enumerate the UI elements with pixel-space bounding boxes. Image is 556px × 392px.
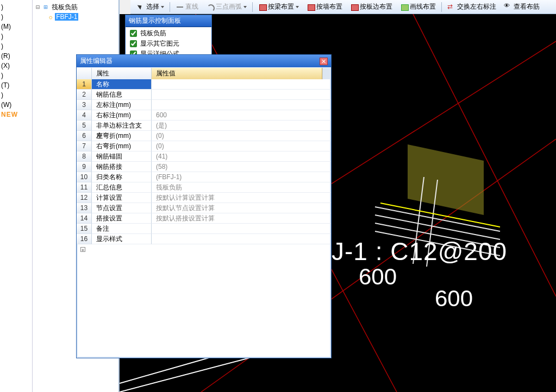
display-option[interactable]: 筏板负筋 [128, 28, 209, 39]
property-value[interactable] [152, 234, 331, 244]
svg-marker-4 [408, 144, 484, 215]
row-index: 4 [77, 110, 92, 121]
stub-item[interactable]: ) [1, 31, 31, 41]
property-name: 钢筋搭接 [92, 162, 152, 172]
stub-item[interactable]: ) [1, 41, 31, 51]
property-name: 汇总信息 [92, 182, 152, 193]
property-row[interactable]: 14搭接设置按默认搭接设置计算 [77, 213, 331, 224]
row-index: 14 [77, 213, 92, 224]
property-value[interactable]: (FBFJ-1) [152, 172, 331, 182]
property-row[interactable]: 1名称 [77, 79, 331, 90]
property-name: 显示样式 [92, 234, 152, 244]
property-value[interactable]: (58) [152, 162, 331, 172]
main-toolbar: 选择 直线 三点画弧 按梁布置 按墙布置 按板边布置 画线布置 交换左右标注 查… [130, 0, 556, 14]
swap-annotation-button[interactable]: 交换左右标注 [444, 1, 499, 12]
property-row[interactable]: 9钢筋搭接(58) [77, 162, 331, 172]
property-row[interactable]: 7右弯折(mm)(0) [77, 141, 331, 151]
row-index: 6 [77, 131, 92, 141]
property-row[interactable]: 10归类名称(FBFJ-1) [77, 172, 331, 182]
beam-icon [258, 3, 267, 11]
property-name: 备注 [92, 224, 152, 234]
property-row[interactable]: 16 +显示样式 [77, 234, 331, 244]
slab-icon [350, 3, 359, 11]
swap-icon [447, 3, 456, 11]
property-editor-title: 属性编辑器 [80, 56, 113, 66]
row-index: 16 + [77, 234, 92, 244]
row-index: 5 [77, 121, 92, 131]
property-row[interactable]: 5非单边标注含支座(是) [77, 121, 331, 131]
eye-icon [504, 3, 513, 11]
property-row[interactable]: 12计算设置按默认计算设置计算 [77, 193, 331, 203]
property-value[interactable] [152, 90, 331, 100]
property-value[interactable]: (0) [152, 131, 331, 141]
property-row[interactable]: 2钢筋信息 [77, 90, 331, 100]
display-option-checkbox[interactable] [130, 40, 137, 47]
property-row[interactable]: 11汇总信息筏板负筋 [77, 182, 331, 193]
row-index: 10 [77, 172, 92, 182]
expander-icon[interactable]: + [80, 247, 85, 252]
stub-item[interactable]: (T) [1, 80, 31, 90]
property-value[interactable] [152, 79, 331, 90]
arc-tool: 三点画弧 [203, 1, 250, 12]
property-row[interactable]: 13节点设置按默认节点设置计算 [77, 203, 331, 213]
wall-layout-button[interactable]: 按墙布置 [303, 1, 346, 12]
property-name: 非单边标注含支座 [92, 121, 152, 131]
property-value[interactable]: 按默认节点设置计算 [152, 203, 331, 213]
beam-layout-button[interactable]: 按梁布置 [255, 1, 302, 12]
display-option-checkbox[interactable] [130, 30, 137, 37]
tree-leaf[interactable]: ☼ FBFJ-1 [36, 12, 117, 21]
control-panel-title[interactable]: 钢筋显示控制面板 [126, 15, 211, 27]
property-row[interactable]: 4右标注(mm)600 [77, 110, 331, 121]
property-editor[interactable]: 属性编辑器 ✕ 属性 属性值 1名称2钢筋信息3左标注(mm)4右标注(mm)6… [76, 54, 332, 358]
property-row[interactable]: 6左弯折(mm)(0) [77, 131, 331, 141]
close-icon[interactable]: ✕ [320, 58, 328, 65]
stub-item[interactable]: ) [1, 90, 31, 100]
line-icon [176, 3, 184, 11]
row-index: 11 [77, 182, 92, 193]
property-name: 左弯折(mm) [92, 131, 152, 141]
stub-item[interactable]: (W) [1, 100, 31, 110]
display-option[interactable]: 显示其它图元 [128, 39, 209, 49]
stub-item[interactable]: (X) [1, 61, 31, 71]
stub-item[interactable]: (R) [1, 51, 31, 61]
property-value[interactable]: 按默认计算设置计算 [152, 193, 331, 203]
dimension-b: 600 [435, 286, 473, 312]
tree-root[interactable]: ⊟ ⊞ 筏板负筋 [36, 2, 117, 12]
slab-edge-layout-button[interactable]: 按板边布置 [347, 1, 396, 12]
property-name: 钢筋信息 [92, 90, 152, 100]
property-name: 钢筋锚固 [92, 151, 152, 162]
property-value[interactable]: 筏板负筋 [152, 182, 331, 193]
row-index: 1 [77, 79, 92, 90]
property-row[interactable]: 3左标注(mm) [77, 100, 331, 110]
far-left-panel: ))(M)))(R)(X))(T))(W)NEW [0, 0, 33, 392]
stub-item[interactable]: ) [1, 71, 31, 80]
property-name: 名称 [92, 79, 152, 90]
property-value[interactable] [152, 100, 331, 110]
arc-icon [206, 3, 215, 11]
property-name: 右标注(mm) [92, 110, 152, 121]
header-name[interactable]: 属性 [92, 68, 152, 79]
header-value[interactable]: 属性值 [152, 68, 322, 79]
view-rebar-button[interactable]: 查看布筋 [501, 1, 543, 12]
property-value[interactable]: (41) [152, 151, 331, 162]
row-index: 3 [77, 100, 92, 110]
property-name: 左标注(mm) [92, 100, 152, 110]
row-index: 12 [77, 193, 92, 203]
select-tool[interactable]: 选择 [133, 1, 167, 12]
line-tool: 直线 [172, 1, 202, 12]
property-value[interactable]: (0) [152, 141, 331, 151]
property-value[interactable]: 按默认搭接设置计算 [152, 213, 331, 224]
stub-item[interactable]: (M) [1, 22, 31, 31]
property-value[interactable]: (是) [152, 121, 331, 131]
property-row[interactable]: 8钢筋锚固(41) [77, 151, 331, 162]
dimension-a: 600 [359, 264, 397, 290]
stub-item[interactable]: ) [1, 2, 31, 12]
stub-item[interactable]: ) [1, 12, 31, 22]
property-value[interactable]: 600 [152, 110, 331, 121]
property-row[interactable]: 15备注 [77, 224, 331, 234]
stub-new-badge: NEW [1, 110, 31, 119]
property-editor-titlebar[interactable]: 属性编辑器 ✕ [77, 55, 331, 67]
row-index: 13 [77, 203, 92, 213]
property-value[interactable] [152, 224, 331, 234]
draw-line-layout-button[interactable]: 画线布置 [397, 1, 439, 12]
